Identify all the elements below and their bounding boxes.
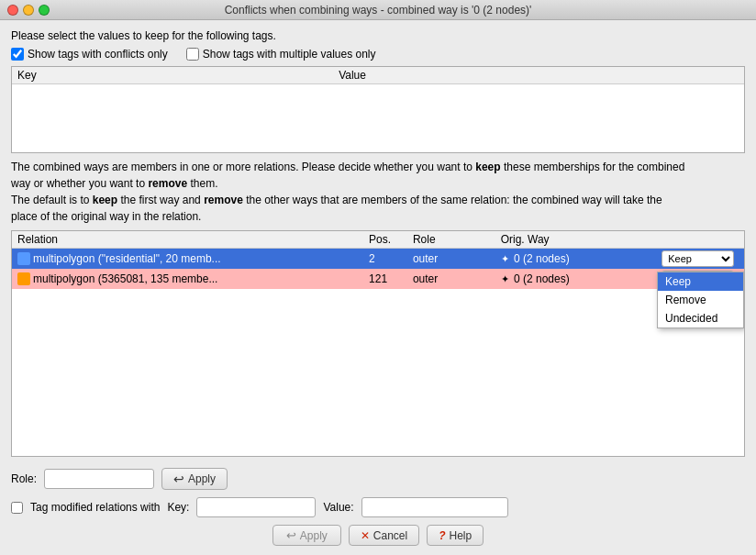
action-cell[interactable]: KeepRemoveUndecided	[656, 249, 744, 270]
help-label: Help	[450, 529, 472, 542]
col-pos-header: Pos.	[363, 231, 407, 249]
role-label: Role:	[11, 472, 37, 485]
apply-icon: ↩	[286, 528, 296, 542]
tag-modified-row: Tag modified relations with Key: Value:	[11, 497, 745, 517]
maximize-button[interactable]	[39, 5, 50, 16]
relation-name-cell: multipolygon (5365081, 135 membe...	[12, 269, 363, 289]
pos-cell: 121	[363, 269, 407, 289]
action-select-0[interactable]: KeepRemoveUndecided	[662, 250, 734, 267]
role-input[interactable]	[44, 469, 154, 489]
conflicts-only-label: Show tags with conflicts only	[28, 48, 168, 61]
apply-role-icon: ↩	[173, 472, 184, 486]
apply-role-button[interactable]: ↩ Apply	[161, 468, 228, 490]
dropdown-undecided[interactable]: Undecided	[658, 309, 743, 327]
cancel-icon: ✕	[361, 529, 370, 542]
value-input[interactable]	[361, 497, 508, 517]
way-icon: ✦	[501, 253, 509, 265]
relations-table: Relation Pos. Role Orig. Way multipolygo…	[12, 231, 744, 289]
col-relation-header: Relation	[12, 231, 363, 249]
bottom-apply-label: Apply	[300, 529, 328, 542]
bottom-section: Role: ↩ Apply Tag modified relations wit…	[11, 462, 745, 546]
title-bar: Conflicts when combining ways - combined…	[0, 0, 756, 20]
role-cell: outer	[407, 249, 495, 270]
relations-table-wrapper: Relation Pos. Role Orig. Way multipolygo…	[11, 230, 745, 457]
tag-table-value-header: Value	[333, 67, 744, 84]
col-role-header: Role	[407, 231, 495, 249]
origway-cell: ✦ 0 (2 nodes)	[495, 249, 657, 270]
description-block: The combined ways are members in one or …	[11, 159, 745, 225]
dropdown-remove[interactable]: Remove	[658, 291, 743, 309]
relation-icon-orange	[17, 272, 30, 285]
table-row[interactable]: multipolygon (5365081, 135 membe... 121 …	[12, 269, 744, 289]
checkboxes-row: Show tags with conflicts only Show tags …	[11, 48, 745, 61]
value-label: Value:	[323, 501, 353, 514]
conflicts-only-checkbox-label[interactable]: Show tags with conflicts only	[11, 48, 168, 61]
multiple-values-checkbox-label[interactable]: Show tags with multiple values only	[186, 48, 376, 61]
relation-name-cell: multipolygon ("residential", 20 memb...	[12, 249, 363, 270]
relation-icon-blue	[17, 252, 30, 265]
origway-cell: ✦ 0 (2 nodes)	[495, 269, 657, 289]
conflicts-only-checkbox[interactable]	[11, 48, 24, 61]
tag-table: Key Value	[12, 67, 744, 84]
multiple-values-checkbox[interactable]	[186, 48, 199, 61]
minimize-button[interactable]	[23, 5, 34, 16]
action-dropdown-popup[interactable]: Keep Remove Undecided	[657, 272, 744, 328]
main-content: Please select the values to keep for the…	[0, 20, 756, 555]
col-origway-header: Orig. Way	[495, 231, 657, 249]
help-icon: ?	[439, 529, 445, 542]
bottom-buttons-row: ↩ Apply ✕ Cancel ? Help	[11, 525, 745, 546]
instruction-text: Please select the values to keep for the…	[11, 29, 745, 42]
window-controls[interactable]	[7, 5, 50, 16]
col-action-header	[656, 231, 744, 249]
apply-role-label: Apply	[188, 472, 216, 485]
tag-table-key-header: Key	[12, 67, 333, 84]
window-title: Conflicts when combining ways - combined…	[225, 4, 532, 17]
close-button[interactable]	[7, 5, 18, 16]
tag-modified-checkbox[interactable]	[11, 502, 23, 514]
way-icon: ✦	[501, 273, 509, 285]
pos-cell: 2	[363, 249, 407, 270]
role-row: Role: ↩ Apply	[11, 468, 745, 490]
key-label: Key:	[167, 501, 189, 514]
key-input[interactable]	[196, 497, 316, 517]
role-cell: outer	[407, 269, 495, 289]
cancel-label: Cancel	[373, 529, 407, 542]
tag-modified-label: Tag modified relations with	[30, 501, 160, 514]
cancel-button[interactable]: ✕ Cancel	[349, 525, 419, 546]
help-button[interactable]: ? Help	[427, 525, 484, 546]
dropdown-keep[interactable]: Keep	[658, 272, 743, 291]
multiple-values-label: Show tags with multiple values only	[203, 48, 376, 61]
bottom-apply-button[interactable]: ↩ Apply	[272, 525, 341, 546]
table-row[interactable]: multipolygon ("residential", 20 memb... …	[12, 249, 744, 270]
tag-table-container: Key Value	[11, 66, 745, 153]
